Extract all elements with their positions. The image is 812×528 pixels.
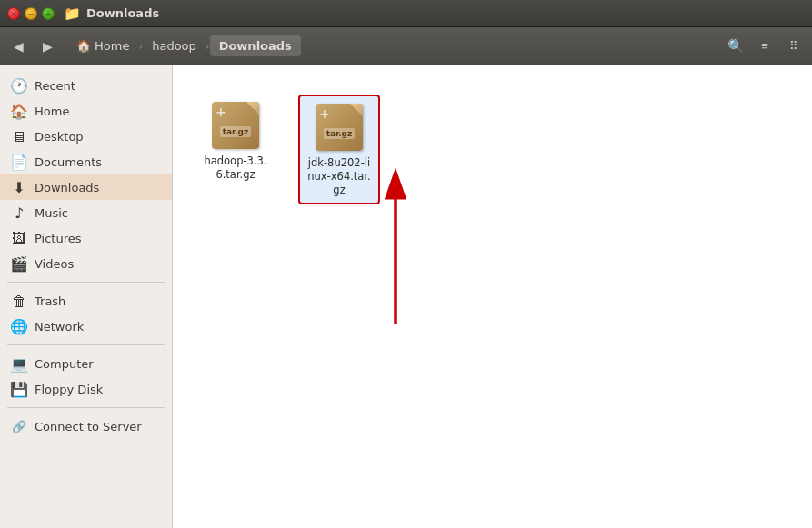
videos-icon: 🎬 xyxy=(11,255,27,272)
maximize-icon: + xyxy=(45,9,52,18)
sidebar-label-home: Home xyxy=(35,105,69,118)
tar-icon-jdk: + tar.gz xyxy=(316,104,363,151)
floppy-icon: 💾 xyxy=(11,381,27,397)
close-icon: × xyxy=(10,9,17,18)
forward-icon: ▶ xyxy=(43,39,53,54)
file-icon-jdk: + tar.gz xyxy=(314,102,365,153)
minimize-icon: − xyxy=(27,9,35,18)
sidebar-label-connect: Connect to Server xyxy=(35,420,142,433)
list-view-button[interactable]: ≡ xyxy=(752,34,777,59)
titlebar: × − + 📁 Downloads xyxy=(0,0,812,27)
sidebar-item-downloads[interactable]: ⬇ Downloads xyxy=(0,174,172,200)
file-item-hadoop[interactable]: + tar.gz hadoop-3.3.6.tar.gz xyxy=(195,95,276,204)
sidebar-label-pictures: Pictures xyxy=(35,232,81,245)
tar-label-jdk: tar.gz xyxy=(324,128,356,139)
breadcrumb-downloads[interactable]: Downloads xyxy=(210,35,301,56)
sidebar-item-videos[interactable]: 🎬 Videos xyxy=(0,251,172,276)
minimize-button[interactable]: − xyxy=(25,7,37,20)
window-controls: × − + xyxy=(7,7,55,20)
home-icon: 🏠 xyxy=(76,39,91,53)
breadcrumb-hadoop-label: hadoop xyxy=(152,39,196,53)
sidebar-item-floppy[interactable]: 💾 Floppy Disk xyxy=(0,376,172,402)
sidebar-item-network[interactable]: 🌐 Network xyxy=(0,314,172,339)
sidebar-label-trash: Trash xyxy=(35,294,65,308)
sidebar-item-documents[interactable]: 📄 Documents xyxy=(0,149,172,174)
sidebar-item-desktop[interactable]: 🖥 Desktop xyxy=(0,124,172,149)
tar-icon-hadoop: + tar.gz xyxy=(212,102,259,149)
breadcrumb-sep-2: › xyxy=(206,40,210,53)
close-button[interactable]: × xyxy=(7,7,20,20)
plus-icon-jdk: + xyxy=(319,107,330,120)
sidebar-item-recent[interactable]: 🕐 Recent xyxy=(0,73,172,98)
back-button[interactable]: ◀ xyxy=(5,34,31,59)
search-icon: 🔍 xyxy=(727,38,745,55)
breadcrumb-home[interactable]: 🏠 Home xyxy=(67,35,138,56)
tar-label-hadoop: tar.gz xyxy=(220,126,252,137)
forward-button[interactable]: ▶ xyxy=(35,34,60,59)
sidebar-label-recent: Recent xyxy=(35,79,75,93)
window-title: Downloads xyxy=(86,6,159,20)
sidebar-label-computer: Computer xyxy=(35,357,94,371)
desktop-icon: 🖥 xyxy=(11,128,27,144)
sidebar-divider-1 xyxy=(7,282,165,283)
sidebar-item-connect[interactable]: 🔗 Connect to Server xyxy=(0,413,172,439)
documents-icon: 📄 xyxy=(11,154,27,170)
sidebar-item-computer[interactable]: 💻 Computer xyxy=(0,351,172,376)
sidebar-item-home[interactable]: 🏠 Home xyxy=(0,98,172,124)
connect-icon: 🔗 xyxy=(11,418,27,434)
sidebar: 🕐 Recent 🏠 Home 🖥 Desktop 📄 Documents ⬇ … xyxy=(0,65,173,528)
recent-icon: 🕐 xyxy=(11,77,27,94)
file-icon-hadoop: + tar.gz xyxy=(210,100,261,151)
sidebar-label-music: Music xyxy=(35,206,68,220)
search-button[interactable]: 🔍 xyxy=(723,34,748,59)
sidebar-label-floppy: Floppy Disk xyxy=(35,383,103,396)
pictures-icon: 🖼 xyxy=(11,230,27,246)
file-item-jdk[interactable]: + tar.gz jdk-8u202-linux-x64.tar.gz xyxy=(298,95,380,204)
plus-icon-hadoop: + xyxy=(216,105,226,118)
maximize-button[interactable]: + xyxy=(42,7,55,20)
grid-view-button[interactable]: ⠿ xyxy=(781,34,807,59)
sidebar-label-desktop: Desktop xyxy=(35,130,84,144)
toolbar-right: 🔍 ≡ ⠿ xyxy=(723,34,807,59)
sidebar-label-documents: Documents xyxy=(35,155,102,169)
breadcrumb-downloads-label: Downloads xyxy=(219,39,292,53)
sidebar-label-videos: Videos xyxy=(35,257,74,271)
trash-icon: 🗑 xyxy=(11,293,27,309)
back-icon: ◀ xyxy=(14,39,24,54)
sidebar-item-pictures[interactable]: 🖼 Pictures xyxy=(0,225,172,251)
home-sidebar-icon: 🏠 xyxy=(11,103,27,119)
sidebar-item-trash[interactable]: 🗑 Trash xyxy=(0,288,172,314)
annotation-arrow xyxy=(355,147,536,347)
window-icon: 📁 xyxy=(64,5,81,22)
sidebar-label-network: Network xyxy=(35,320,84,334)
sidebar-label-downloads: Downloads xyxy=(35,181,99,194)
breadcrumb-home-label: Home xyxy=(95,39,129,53)
main-layout: 🕐 Recent 🏠 Home 🖥 Desktop 📄 Documents ⬇ … xyxy=(0,65,812,528)
file-name-jdk: jdk-8u202-linux-x64.tar.gz xyxy=(306,156,373,197)
file-area[interactable]: + tar.gz hadoop-3.3.6.tar.gz + tar.gz jd… xyxy=(173,65,812,528)
sidebar-divider-2 xyxy=(7,344,165,345)
breadcrumb: 🏠 Home › hadoop › Downloads xyxy=(67,35,719,56)
downloads-icon: ⬇ xyxy=(11,179,27,195)
toolbar: ◀ ▶ 🏠 Home › hadoop › Downloads 🔍 ≡ ⠿ xyxy=(0,27,812,65)
network-icon: 🌐 xyxy=(11,318,27,334)
sidebar-item-music[interactable]: ♪ Music xyxy=(0,200,172,225)
sidebar-divider-3 xyxy=(7,407,165,408)
computer-icon: 💻 xyxy=(11,355,27,372)
breadcrumb-hadoop[interactable]: hadoop xyxy=(143,35,206,56)
file-name-hadoop: hadoop-3.3.6.tar.gz xyxy=(200,154,271,182)
music-icon: ♪ xyxy=(11,204,27,221)
grid-view-icon: ⠿ xyxy=(789,39,798,53)
list-view-icon: ≡ xyxy=(761,39,768,53)
